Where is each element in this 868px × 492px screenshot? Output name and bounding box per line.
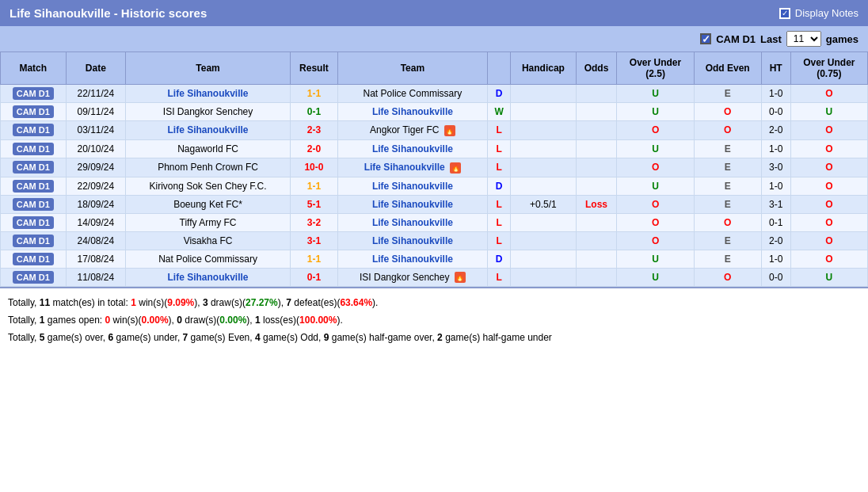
ou25-value: O xyxy=(652,199,659,210)
outcome-value: L xyxy=(496,162,501,173)
ou075-value: O xyxy=(825,162,832,173)
outcome-value: L xyxy=(496,217,501,228)
table-row: CAM D1 22/11/24 Life Sihanoukville 1-1 N… xyxy=(1,85,868,103)
cell-outcome: L xyxy=(488,139,511,158)
table-row: CAM D1 18/09/24 Boeung Ket FC* 5-1 Life … xyxy=(1,195,868,213)
cell-ou25: O xyxy=(617,231,694,250)
table-row: CAM D1 22/09/24 Kirivong Sok Sen Chey F.… xyxy=(1,177,868,195)
cell-team2: Life Sihanoukville xyxy=(337,231,487,250)
cell-date: 22/11/24 xyxy=(66,85,125,103)
match-badge: CAM D1 xyxy=(13,143,54,155)
cell-ou25: U xyxy=(617,177,694,195)
filter-checkbox[interactable]: ✓ xyxy=(700,33,711,44)
cell-ou075: O xyxy=(790,195,867,213)
cell-result: 0-1 xyxy=(291,103,338,121)
cell-result: 1-1 xyxy=(291,85,338,103)
oe-value: E xyxy=(725,88,731,99)
cell-date: 03/11/24 xyxy=(66,121,125,140)
match-badge: CAM D1 xyxy=(13,180,54,193)
cell-handicap xyxy=(511,85,576,103)
team2-name: Life Sihanoukville xyxy=(372,235,453,246)
table-row: CAM D1 20/10/24 Nagaworld FC 2-0 Life Si… xyxy=(1,139,868,158)
cell-result: 2-0 xyxy=(291,139,338,158)
cell-oe: E xyxy=(694,231,761,250)
team1-name: Tiffy Army FC xyxy=(180,217,237,228)
cell-outcome: L xyxy=(488,213,511,231)
result-value: 0-1 xyxy=(307,106,321,117)
scores-table-wrap: Match Date Team Result Team Handicap Odd… xyxy=(0,51,868,287)
oe-value: E xyxy=(725,199,731,210)
fire-icon: 🔥 xyxy=(444,125,455,136)
summary-line3: Totally, 5 game(s) over, 6 game(s) under… xyxy=(8,330,860,347)
cell-handicap: +0.5/1 xyxy=(511,195,576,213)
col-team1: Team xyxy=(126,52,291,85)
cell-oe: E xyxy=(694,85,761,103)
team2-name: Life Sihanoukville xyxy=(364,162,445,173)
cell-outcome: D xyxy=(488,250,511,268)
games-label: games xyxy=(826,33,858,45)
match-badge: CAM D1 xyxy=(13,198,54,211)
ou25-value: U xyxy=(652,88,659,99)
cell-team2: Life Sihanoukville xyxy=(337,139,487,158)
cell-match: CAM D1 xyxy=(1,103,67,121)
cell-odds: Loss xyxy=(576,195,617,213)
cell-date: 20/10/24 xyxy=(66,139,125,158)
ou075-value: O xyxy=(825,181,832,192)
cell-ou075: O xyxy=(790,121,867,140)
cell-team1: ISI Dangkor Senchey xyxy=(126,103,291,121)
result-value: 3-2 xyxy=(307,217,321,228)
cell-outcome: L xyxy=(488,268,511,287)
col-date: Date xyxy=(66,52,125,85)
cell-team2: Nat Police Commissary xyxy=(337,85,487,103)
cell-ou25: U xyxy=(617,85,694,103)
team1-name: Life Sihanoukville xyxy=(168,272,249,283)
cell-team2: Life Sihanoukville xyxy=(337,213,487,231)
col-outcome xyxy=(488,52,511,85)
cell-handicap xyxy=(511,139,576,158)
team2-name: Life Sihanoukville xyxy=(372,143,453,154)
display-notes-label: Display Notes xyxy=(795,7,858,19)
cell-handicap xyxy=(511,158,576,177)
cell-ht: 2-0 xyxy=(761,121,790,140)
cell-result: 10-0 xyxy=(291,158,338,177)
outcome-value: D xyxy=(496,181,503,192)
cell-result: 1-1 xyxy=(291,250,338,268)
cell-team1: Visakha FC xyxy=(126,231,291,250)
cell-odds xyxy=(576,121,617,140)
cell-ht: 1-0 xyxy=(761,139,790,158)
summary: Totally, 11 match(es) in total: 1 win(s)… xyxy=(0,287,868,353)
col-ht: HT xyxy=(761,52,790,85)
ou075-value: O xyxy=(825,254,832,265)
team2-name: Life Sihanoukville xyxy=(372,217,453,228)
games-count-select[interactable]: 11 5 10 20 xyxy=(786,31,821,47)
oe-value: O xyxy=(724,272,731,283)
cell-ou25: U xyxy=(617,268,694,287)
cell-ou075: O xyxy=(790,85,867,103)
match-badge: CAM D1 xyxy=(13,161,54,174)
cell-oe: O xyxy=(694,213,761,231)
ou075-value: O xyxy=(825,217,832,228)
league-label: CAM D1 xyxy=(716,33,756,45)
cell-oe: E xyxy=(694,195,761,213)
match-badge: CAM D1 xyxy=(13,105,54,118)
cell-date: 24/08/24 xyxy=(66,231,125,250)
team1-name: Life Sihanoukville xyxy=(168,124,249,135)
ou25-value: O xyxy=(652,124,659,135)
cell-oe: O xyxy=(694,268,761,287)
ou075-value: O xyxy=(825,143,832,154)
outcome-value: D xyxy=(496,254,503,265)
filter-bar: ✓ CAM D1 Last 11 5 10 20 games xyxy=(0,26,868,51)
cell-handicap xyxy=(511,250,576,268)
outcome-value: D xyxy=(496,88,503,99)
ou25-value: O xyxy=(652,235,659,246)
display-notes-checkbox[interactable]: ✓ xyxy=(779,8,790,19)
team2-name: Angkor Tiger FC xyxy=(370,124,439,135)
fire-icon: 🔥 xyxy=(455,272,466,283)
cell-team2: ISI Dangkor Senchey 🔥 xyxy=(337,268,487,287)
cell-oe: E xyxy=(694,250,761,268)
cell-ou075: O xyxy=(790,231,867,250)
page-title: Life Sihanoukville - Historic scores xyxy=(10,6,207,20)
cell-match: CAM D1 xyxy=(1,250,67,268)
cell-outcome: D xyxy=(488,85,511,103)
cell-ou25: O xyxy=(617,195,694,213)
